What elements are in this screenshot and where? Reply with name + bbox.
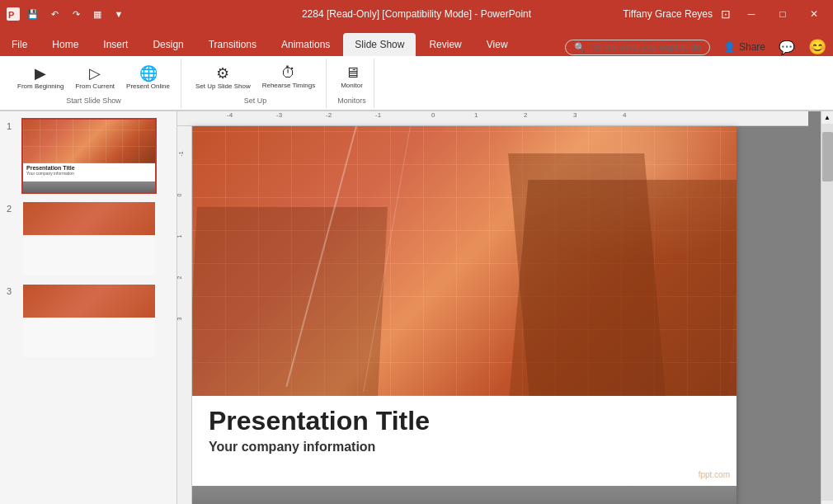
setup-slideshow-btn[interactable]: ⚙ Set Up Slide Show: [191, 62, 255, 92]
horizontal-ruler: -4 -3 -2 -1 0 1 2 3 4: [177, 111, 808, 126]
slide-footer: [192, 486, 737, 504]
search-box[interactable]: 🔍 Tell me what you want to do: [565, 40, 710, 55]
slide-title-area: Presentation Title Your company informat…: [192, 396, 737, 459]
slide-num-3: 3: [7, 283, 16, 296]
tab-animations[interactable]: Animations: [270, 33, 341, 56]
scroll-down-button[interactable]: ▼: [821, 501, 834, 504]
setup-label: Set Up: [244, 97, 267, 105]
vertical-scrollbar[interactable]: ▲ ▼: [821, 111, 833, 504]
monitor-btn[interactable]: 🖥 Monitor: [336, 62, 367, 92]
monitor-icon: 🖥: [345, 64, 360, 82]
ribbon-search-area: 🔍 Tell me what you want to do 👤 Share 💬 …: [565, 38, 833, 56]
redo-quick-btn[interactable]: ↷: [68, 6, 84, 22]
ribbon-group-monitors: 🖥 Monitor Monitors: [330, 59, 374, 108]
from-beginning-btn[interactable]: ▶ From Beginning: [13, 62, 68, 92]
slide-canvas: Presentation Title Your company informat…: [192, 126, 737, 504]
title-bar: P 💾 ↶ ↷ ▦ ▼ 2284 [Read-Only] [Compatibil…: [0, 0, 833, 28]
share-button[interactable]: 👤 Share: [723, 41, 765, 53]
tab-home[interactable]: Home: [40, 33, 90, 56]
vertical-ruler: -1 0 1 2 3: [177, 126, 192, 504]
timer-icon: ⏱: [281, 64, 296, 82]
quick-access-dropdown[interactable]: ▼: [111, 6, 127, 22]
slide-num-2: 2: [7, 200, 16, 214]
slide-thumb-3[interactable]: 3: [7, 283, 170, 359]
slide-subtitle: Your company information: [209, 440, 720, 455]
tab-transitions[interactable]: Transitions: [197, 33, 268, 56]
from-current-btn[interactable]: ▷ From Current: [71, 62, 119, 92]
tab-design[interactable]: Design: [141, 33, 195, 56]
save-quick-btn[interactable]: 💾: [25, 6, 41, 22]
monitors-label: Monitors: [337, 97, 366, 105]
presentation-view-btn[interactable]: ▦: [89, 6, 106, 22]
tab-view[interactable]: View: [475, 33, 520, 56]
slide-title: Presentation Title: [209, 406, 720, 436]
search-icon: 🔍: [574, 42, 586, 53]
slide-image-2[interactable]: [21, 200, 157, 276]
rehearse-btn[interactable]: ⏱ Rehearse Timings: [258, 62, 319, 92]
slide-thumb-2[interactable]: 2: [7, 200, 170, 276]
tab-review[interactable]: Review: [417, 33, 473, 56]
ribbon-tabs: File Home Insert Design Transitions Anim…: [0, 28, 833, 56]
slide-background: [192, 126, 737, 396]
ribbon-display-icon[interactable]: ⊡: [719, 7, 732, 21]
title-bar-right: Tiffany Grace Reyes ⊡ ─ □ ✕: [623, 0, 826, 28]
ribbon: File Home Insert Design Transitions Anim…: [0, 28, 833, 111]
smiley-icon[interactable]: 😊: [808, 38, 826, 56]
tab-slideshow[interactable]: Slide Show: [343, 33, 416, 56]
slide-image-3[interactable]: [21, 283, 157, 359]
play-from-current-icon: ▷: [89, 64, 101, 82]
person-icon: 👤: [723, 41, 736, 53]
tab-insert[interactable]: Insert: [92, 33, 139, 56]
ribbon-group-setup: ⚙ Set Up Slide Show ⏱ Rehearse Timings S…: [185, 59, 327, 108]
search-placeholder: Tell me what you want to do: [589, 42, 701, 52]
svg-text:P: P: [8, 10, 14, 20]
scroll-thumb[interactable]: [822, 132, 833, 181]
start-slideshow-label: Start Slide Show: [66, 97, 121, 105]
ribbon-content: ▶ From Beginning ▷ From Current 🌐 Presen…: [0, 56, 833, 111]
undo-quick-btn[interactable]: ↶: [46, 6, 63, 22]
username-title: Tiffany Grace Reyes: [623, 8, 713, 20]
slide-num-1: 1: [7, 118, 16, 131]
title-bar-left: P 💾 ↶ ↷ ▦ ▼: [7, 6, 127, 22]
slide-thumb-1[interactable]: 1 Presentation Title Your company inform…: [7, 118, 170, 194]
canvas-area: -4 -3 -2 -1 0 1 2 3 4 -1 0 1 2 3: [177, 111, 821, 504]
watermark: fppt.com: [699, 470, 730, 479]
main-area: 1 Presentation Title Your company inform…: [0, 111, 833, 504]
slide-image-1[interactable]: Presentation Title Your company informat…: [21, 118, 157, 194]
comment-icon[interactable]: 💬: [779, 40, 795, 55]
title-bar-center: 2284 [Read-Only] [Compatibility Mode] - …: [302, 8, 531, 20]
scroll-up-button[interactable]: ▲: [821, 111, 834, 124]
tab-file[interactable]: File: [0, 33, 39, 56]
powerpoint-logo-icon: P: [7, 7, 20, 21]
ribbon-group-start: ▶ From Beginning ▷ From Current 🌐 Presen…: [7, 59, 181, 108]
window-title: 2284 [Read-Only] [Compatibility Mode] - …: [302, 8, 531, 20]
scroll-track[interactable]: [821, 124, 833, 501]
present-online-btn[interactable]: 🌐 Present Online: [122, 62, 174, 92]
play-from-beginning-icon: ▶: [35, 64, 46, 82]
present-online-icon: 🌐: [139, 64, 158, 82]
slides-panel[interactable]: 1 Presentation Title Your company inform…: [0, 111, 177, 504]
setup-icon: ⚙: [216, 64, 229, 82]
restore-button[interactable]: □: [770, 0, 795, 28]
minimize-button[interactable]: ─: [739, 0, 764, 28]
close-button[interactable]: ✕: [802, 0, 826, 28]
